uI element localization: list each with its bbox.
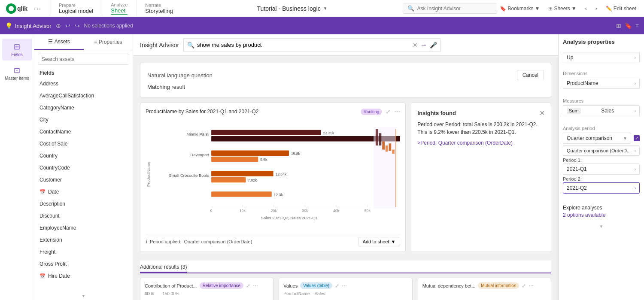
period-checkbox[interactable] <box>634 135 640 141</box>
field-item-employeename[interactable]: EmployeeName <box>34 222 133 234</box>
svg-text:23.35k: 23.35k <box>323 131 334 135</box>
logo-area: qlik ⋯ <box>5 3 50 15</box>
svg-rect-25 <box>386 145 388 152</box>
redo-icon[interactable]: ↪ <box>75 22 80 29</box>
expand-mini-2-button[interactable]: ⤢ <box>335 283 339 289</box>
bookmarks-button[interactable]: 🔖 Bookmarks ▼ <box>497 4 542 13</box>
up-section: Up › <box>563 52 640 63</box>
dimension-item[interactable]: ProductName › <box>563 78 640 89</box>
expand-mini-1-button[interactable]: ⤢ <box>246 283 250 289</box>
field-item-customer[interactable]: Customer <box>34 174 133 186</box>
close-insights-button[interactable]: ✕ <box>539 109 545 117</box>
edit-sheet-button[interactable]: ✏️ Edit sheet <box>603 4 639 13</box>
period2-value[interactable]: 2021-Q2 › <box>563 182 640 194</box>
more-mini-2-button[interactable]: ⋯ <box>342 283 347 289</box>
add-dropdown-icon: ▼ <box>391 239 395 244</box>
up-dropdown[interactable]: Up › <box>563 52 640 63</box>
submit-search-button[interactable]: → <box>420 41 427 49</box>
period1-value[interactable]: 2021-Q1 › <box>563 164 640 175</box>
field-item-contactname[interactable]: ContactName <box>34 126 133 138</box>
expand-chart-button[interactable]: ⤢ <box>386 108 391 115</box>
nav-analyze[interactable]: Analyze Sheet <box>102 0 136 17</box>
mini-card-values-title: Values <box>283 283 298 288</box>
cancel-button[interactable]: Cancel <box>517 70 544 80</box>
field-item-description[interactable]: Description <box>34 198 133 210</box>
mini-card-mutual-title: Mutual dependency bet... <box>422 283 476 288</box>
calendar-icon: 📅 <box>39 189 46 195</box>
sidebar-item-master-items[interactable]: ⊡ Master items <box>2 62 32 84</box>
sheets-button[interactable]: ⊞ Sheets ▼ <box>546 4 579 13</box>
asset-search-input[interactable] <box>38 54 129 65</box>
properties-tab-icon: ≡ <box>94 39 97 45</box>
field-item-discount[interactable]: Discount <box>34 210 133 222</box>
nav-title[interactable]: Tutorial - Business logic ▼ <box>182 5 403 12</box>
svg-text:40k: 40k <box>333 209 340 213</box>
search-input[interactable] <box>417 6 486 12</box>
select-icon[interactable]: ⊕ <box>56 22 61 29</box>
nav-narrate[interactable]: Narrate Storytelling <box>136 0 181 17</box>
master-items-icon: ⊡ <box>14 66 20 75</box>
mini-card-values: Values Values (table) ⤢ ⋯ ProductName Sa… <box>279 278 412 300</box>
period2-arrow-icon: › <box>635 186 636 191</box>
next-button[interactable]: › <box>593 4 600 13</box>
add-to-sheet-button[interactable]: Add to sheet ▼ <box>358 237 401 246</box>
svg-rect-7 <box>211 136 400 141</box>
field-item-extension[interactable]: Extension <box>34 234 133 246</box>
svg-text:0: 0 <box>210 209 213 213</box>
fields-icon: ⊟ <box>14 42 20 52</box>
grid-icon[interactable]: ⊞ <box>616 22 621 29</box>
expand-mini-3-button[interactable]: ⤢ <box>522 283 526 289</box>
field-item-city[interactable]: City <box>34 114 133 126</box>
tab-assets[interactable]: ☰ Assets <box>34 34 84 50</box>
bar-icons: ⊕ ↩ ↪ <box>56 22 80 29</box>
more-mini-1-button[interactable]: ⋯ <box>253 283 258 289</box>
measure-item[interactable]: Sum Sales › <box>563 105 640 116</box>
field-item-categoryname[interactable]: CategoryName <box>34 102 133 114</box>
more-menu-icon[interactable]: ⋯ <box>33 4 41 13</box>
field-item-costofsale[interactable]: Cost of Sale <box>34 138 133 150</box>
fields-label: Fields <box>34 68 133 78</box>
period-comparison-value-item[interactable]: Quarter comparison (OrderD... › <box>563 145 640 156</box>
prev-button[interactable]: ‹ <box>583 4 589 13</box>
mini-card-contribution-title: Contribution of Product... <box>145 283 197 288</box>
svg-text:30k: 30k <box>302 209 308 213</box>
dimensions-section: Dimensions ProductName › <box>563 71 640 91</box>
field-item-countrycode[interactable]: CountryCode <box>34 162 133 174</box>
insight-search-input[interactable] <box>197 42 410 48</box>
matching-result-label: Matching result <box>147 84 544 90</box>
period-comparison-dropdown[interactable]: Quarter comparison ▼ <box>563 133 631 144</box>
period1-label: Period 1: <box>563 158 640 163</box>
sheets-bar-icon[interactable]: ≡ <box>635 22 639 29</box>
period-dropdown-arrow-icon: ▼ <box>623 136 627 141</box>
mic-button[interactable]: 🎤 <box>430 42 437 48</box>
bookmark-bar-icon[interactable]: 🔖 <box>625 22 632 29</box>
insights-link[interactable]: >Period: Quarter comparison (OrderDate) <box>417 140 513 146</box>
field-item-grossprofit[interactable]: Gross Profit <box>34 258 133 270</box>
clear-search-button[interactable]: ✕ <box>413 42 418 48</box>
field-item-freight[interactable]: Freight <box>34 246 133 258</box>
field-item-country[interactable]: Country <box>34 150 133 162</box>
center-area: Insight Advisor 🔍 ✕ → 🎤 Natural language… <box>133 34 558 300</box>
undo-icon[interactable]: ↩ <box>65 22 70 29</box>
chart-title: ProductName by Sales for 2021-Q1 and 202… <box>146 109 357 115</box>
explore-analyses-link[interactable]: 2 options available <box>563 212 605 218</box>
mini-card-1-content: 600k 150.00% <box>145 291 269 296</box>
nav-search[interactable]: 🔍 <box>403 3 497 14</box>
tab-properties[interactable]: ≡ Properties <box>84 34 133 50</box>
svg-rect-22 <box>376 129 378 145</box>
field-item-hiredate[interactable]: 📅 Hire Date <box>34 270 133 282</box>
svg-text:7.02k: 7.02k <box>248 178 257 182</box>
nav-prepare[interactable]: Prepare Logical model <box>50 0 102 17</box>
svg-text:qlik: qlik <box>17 5 27 12</box>
qlik-logo: qlik <box>5 3 31 15</box>
additional-results-title[interactable]: Additional results (3) <box>140 261 187 273</box>
top-nav: qlik ⋯ Prepare Logical model Analyze She… <box>0 0 644 17</box>
more-mini-3-button[interactable]: ⋯ <box>529 283 534 289</box>
chart-more-button[interactable]: ⋯ <box>394 108 400 115</box>
field-item-address[interactable]: Address <box>34 78 133 90</box>
bar-chart-svg: ProductName Minnki Päisli 23.35k 44.65k … <box>146 118 400 230</box>
sidebar-item-fields[interactable]: ⊟ Fields <box>2 39 32 61</box>
nav-right: 🔖 Bookmarks ▼ ⊞ Sheets ▼ ‹ › ✏️ Edit she… <box>497 4 639 13</box>
field-item-averagecallsatisfaction[interactable]: AverageCallSatisfaction <box>34 90 133 102</box>
field-item-date[interactable]: 📅 Date <box>34 186 133 198</box>
